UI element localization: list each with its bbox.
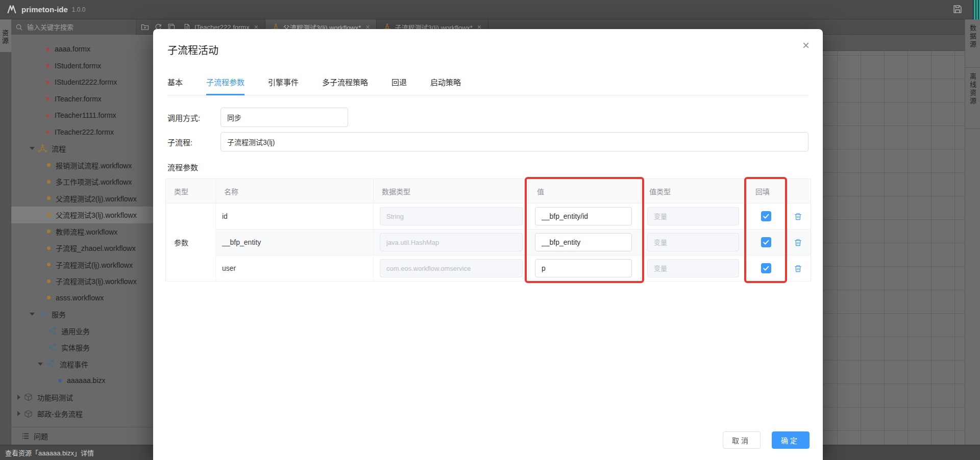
param-name-cell: user — [216, 255, 374, 282]
tree-item-label: ITeacher.formx — [55, 95, 102, 103]
process-params-section-title: 流程参数 — [167, 162, 808, 172]
param-group-cell: 参数 — [166, 203, 216, 282]
tree-item-svc[interactable]: 流程事件 — [11, 356, 153, 373]
tree-item-label: 服务 — [52, 309, 66, 319]
panel-tab-offline-resource[interactable]: 离线资源 — [965, 68, 980, 129]
dialog-title: 子流程活动 — [167, 45, 218, 56]
table-row: user — [166, 255, 811, 282]
trash-icon[interactable] — [794, 264, 802, 273]
data-type-input — [380, 233, 523, 251]
problems-label: 问题 — [34, 431, 48, 441]
tree-item-label: 子流程_zhaoel.workflowx — [56, 243, 135, 253]
dialog-tab-子流程参数[interactable]: 子流程参数 — [206, 76, 244, 95]
add-folder-icon[interactable] — [141, 23, 149, 31]
tree-item-workflowx[interactable]: 子流程测试(lj).workflowx — [11, 257, 153, 273]
trash-icon[interactable] — [794, 212, 802, 221]
tree-item-formx[interactable]: ITeacher.formx — [11, 91, 153, 108]
backfill-checkbox[interactable] — [761, 237, 771, 247]
file-dot-icon — [46, 47, 50, 51]
tree-item-workflowx[interactable]: 父流程测试2(lj).workflowx — [11, 190, 153, 207]
tree-item-label: 多工作项测试.workflowx — [56, 176, 132, 187]
tree-item-workflowx[interactable]: 父流程测试3(lj).workflowx — [11, 207, 153, 223]
tree-item-label: 通用业务 — [61, 326, 90, 336]
delete-cell — [785, 203, 811, 229]
package-icon — [24, 410, 33, 418]
confirm-button[interactable]: 确定 — [772, 431, 810, 449]
close-icon[interactable]: × — [802, 39, 810, 52]
dialog-tab-基本[interactable]: 基本 — [167, 76, 183, 95]
file-dot-icon — [47, 229, 51, 233]
dialog-tab-回退[interactable]: 回退 — [391, 76, 407, 95]
file-dot-icon — [47, 196, 51, 200]
backfill-checkbox[interactable] — [761, 211, 771, 221]
tree-item-svc[interactable]: 通用业务 — [11, 323, 153, 340]
chevron-right-icon[interactable] — [17, 411, 20, 416]
table-header-cell: 数据类型 — [374, 179, 529, 203]
tree-item-workflowx[interactable]: 子流程测试3(lj).workflowx — [11, 273, 153, 290]
invoke-mode-label: 调用方式: — [167, 112, 220, 123]
dialog-tab-启动策略[interactable]: 启动策略 — [430, 76, 461, 95]
tree-item-label: 报销测试流程.workflowx — [56, 160, 132, 170]
resource-tree: aaaa.formxIStudent.formxIStudent2222.for… — [11, 35, 153, 422]
value-input[interactable] — [535, 259, 632, 277]
value-type-cell — [641, 203, 747, 229]
search-input[interactable] — [26, 23, 132, 32]
value-type-input — [647, 233, 739, 251]
tree-item-workflowx[interactable]: 教师流程.workflowx — [11, 223, 153, 240]
dialog-tab-多子流程策略[interactable]: 多子流程策略 — [322, 76, 368, 95]
tree-item-formx[interactable]: ITeacher222.formx — [11, 124, 153, 141]
file-dot-icon — [47, 296, 51, 299]
tree-item-formx[interactable]: aaaa.formx — [11, 41, 153, 58]
cancel-button[interactable]: 取消 — [723, 431, 761, 449]
backfill-checkbox[interactable] — [761, 263, 771, 273]
value-input[interactable] — [535, 207, 632, 225]
service-icon — [46, 360, 55, 368]
table-row: 参数id — [166, 203, 811, 229]
data-type-cell — [374, 255, 529, 282]
tree-item-bizx[interactable]: aaaaaa.bizx — [11, 372, 153, 389]
backfill-cell — [747, 203, 785, 229]
file-dot-icon — [47, 246, 51, 250]
chevron-down-icon[interactable] — [30, 147, 35, 150]
tree-item-label: 功能码测试 — [37, 392, 73, 402]
file-dot-icon — [47, 279, 51, 283]
tree-item-label: ITeacher222.formx — [55, 128, 114, 136]
table-header-cell: 类型 — [166, 179, 216, 203]
search-box[interactable] — [11, 19, 136, 35]
tree-item-formx[interactable]: ITeacher1111.formx — [11, 107, 153, 124]
package-icon — [24, 393, 33, 401]
panel-tab-datasource[interactable]: 数据源 — [965, 19, 980, 68]
tree-item-label: 实体服务 — [61, 342, 90, 352]
tree-item-workflowx[interactable]: asss.workflowx — [11, 290, 153, 306]
delete-cell — [785, 255, 811, 282]
tree-item-workflowx[interactable]: 报销测试流程.workflowx — [11, 157, 153, 174]
save-icon[interactable] — [952, 4, 963, 14]
tree-item-label: ITeacher1111.formx — [55, 111, 116, 119]
tree-item-group[interactable]: 流程 — [11, 140, 153, 157]
trash-icon[interactable] — [794, 238, 802, 247]
tree-item-pkg[interactable]: 邮政-业务流程 — [11, 405, 153, 422]
value-input[interactable] — [535, 233, 632, 251]
tree-item-svc[interactable]: 实体服务 — [11, 339, 153, 356]
invoke-mode-input[interactable] — [220, 108, 348, 127]
tree-item-workflowx[interactable]: 子流程_zhaoel.workflowx — [11, 240, 153, 257]
tree-item-label: IStudent.formx — [55, 62, 101, 70]
tree-item-group[interactable]: 服务 — [11, 306, 153, 323]
chevron-down-icon[interactable] — [30, 313, 35, 316]
app-window: primeton-ide 1.0.0 资源 ITeacher222.formx×… — [0, 0, 980, 460]
sidebar-tab-resources[interactable]: 资源 — [0, 19, 11, 52]
table-header-cell: 回填 — [747, 179, 785, 203]
chevron-right-icon[interactable] — [17, 395, 20, 400]
process-params-table-wrap: 类型名称数据类型值值类型回填 参数id__bfp_entityuser — [165, 178, 811, 282]
tree-item-pkg[interactable]: 功能码测试 — [11, 389, 153, 406]
chevron-down-icon[interactable] — [38, 363, 43, 366]
tree-item-formx[interactable]: IStudent.formx — [11, 58, 153, 74]
resource-tree-panel: aaaa.formxIStudent.formxIStudent2222.for… — [11, 35, 153, 427]
dialog-tab-引擎事件[interactable]: 引擎事件 — [268, 76, 299, 95]
tree-item-formx[interactable]: IStudent2222.formx — [11, 74, 153, 91]
file-dot-icon — [46, 130, 50, 134]
value-type-cell — [641, 255, 747, 282]
tree-item-workflowx[interactable]: 多工作项测试.workflowx — [11, 173, 153, 190]
subprocess-input[interactable] — [220, 132, 808, 151]
problems-panel-header[interactable]: 问题 — [11, 427, 153, 445]
